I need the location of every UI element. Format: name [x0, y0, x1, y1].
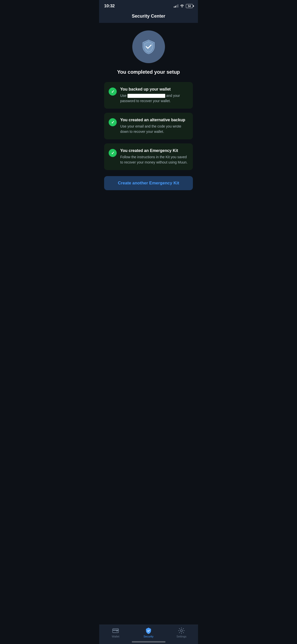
- completion-message: You completed your setup: [104, 69, 193, 75]
- page-title: Security Center: [132, 14, 165, 19]
- shield-container: [104, 30, 193, 63]
- checkmark-icon-2: ✓: [111, 120, 114, 125]
- emergency-kit-title: You created an Emergency Kit: [120, 148, 188, 153]
- redacted-text: [128, 94, 165, 98]
- main-content: You completed your setup ✓ You backed up…: [99, 23, 198, 220]
- backed-up-content: You backed up your wallet Useand your pa…: [120, 87, 188, 104]
- shield-circle: [132, 30, 165, 63]
- backed-up-item: ✓ You backed up your wallet Useand your …: [104, 82, 193, 109]
- check-circle-1: ✓: [109, 88, 117, 96]
- status-icons: 54: [174, 4, 193, 8]
- header: Security Center: [99, 11, 198, 23]
- wifi-icon: [180, 4, 184, 8]
- alternative-backup-description: Use your email and the code you wrote do…: [120, 124, 188, 134]
- status-time: 10:32: [104, 4, 115, 9]
- checkmark-icon-1: ✓: [111, 89, 114, 94]
- check-circle-3: ✓: [109, 149, 117, 157]
- alternative-backup-content: You created an alternative backup Use yo…: [120, 118, 188, 134]
- shield-checkmark-icon: [140, 38, 157, 56]
- alternative-backup-item: ✓ You created an alternative backup Use …: [104, 113, 193, 139]
- check-circle-2: ✓: [109, 118, 117, 126]
- status-bar: 10:32 54: [99, 0, 198, 11]
- checkmark-icon-3: ✓: [111, 151, 114, 155]
- emergency-kit-item: ✓ You created an Emergency Kit Follow th…: [104, 143, 193, 170]
- backed-up-description: Useand your password to recover your wal…: [120, 93, 188, 104]
- emergency-kit-content: You created an Emergency Kit Follow the …: [120, 148, 188, 165]
- create-emergency-kit-button[interactable]: Create another Emergency Kit: [104, 176, 193, 190]
- signal-icon: [174, 5, 178, 8]
- emergency-kit-description: Follow the instructions in the Kit you s…: [120, 154, 188, 165]
- backed-up-title: You backed up your wallet: [120, 87, 188, 92]
- battery-icon: 54: [186, 4, 193, 8]
- alternative-backup-title: You created an alternative backup: [120, 118, 188, 122]
